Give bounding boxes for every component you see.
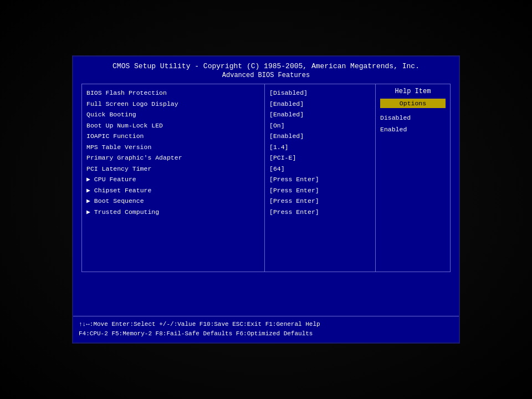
- value-item[interactable]: [Press Enter]: [269, 185, 371, 196]
- value-item[interactable]: [Press Enter]: [269, 207, 371, 218]
- menu-panel: BIOS Flash ProtectionFull Screen Logo Di…: [82, 84, 265, 272]
- menu-item[interactable]: ▶ Trusted Computing: [86, 207, 260, 218]
- footer-text1: ↑↓↔:Move Enter:Select +/-/:Value F10:Sav…: [79, 320, 320, 330]
- menu-item[interactable]: Boot Up Num-Lock LED: [86, 120, 260, 131]
- value-item[interactable]: [Enabled]: [269, 99, 371, 110]
- footer-row2: F4:CPU-2 F5:Memory-2 F8:Fail-Safe Defaul…: [79, 329, 453, 339]
- help-panel: Help Item Options Disabled Enabled: [376, 84, 450, 272]
- menu-item[interactable]: Primary Graphic's Adapter: [86, 152, 260, 163]
- menu-item[interactable]: BIOS Flash Protection: [86, 88, 260, 99]
- menu-item[interactable]: IOAPIC Function: [86, 131, 260, 142]
- main-content: BIOS Flash ProtectionFull Screen Logo Di…: [81, 84, 451, 272]
- value-item[interactable]: [Enabled]: [269, 109, 371, 120]
- footer: ↑↓↔:Move Enter:Select +/-/:Value F10:Sav…: [73, 316, 459, 342]
- value-item[interactable]: [Press Enter]: [269, 174, 371, 185]
- menu-item[interactable]: Quick Booting: [86, 109, 260, 120]
- bios-screen: CMOS Setup Utility - Copyright (C) 1985-…: [72, 55, 460, 344]
- monitor-background: CMOS Setup Utility - Copyright (C) 1985-…: [0, 0, 532, 399]
- value-item[interactable]: [Enabled]: [269, 131, 371, 142]
- footer-row1: ↑↓↔:Move Enter:Select +/-/:Value F10:Sav…: [79, 320, 453, 330]
- value-item[interactable]: [Disabled]: [269, 88, 371, 99]
- menu-item[interactable]: ▶ CPU Feature: [86, 174, 260, 185]
- menu-item[interactable]: PCI Latency Timer: [86, 163, 260, 175]
- menu-item[interactable]: Full Screen Logo Display: [86, 99, 260, 110]
- options-label: Options: [380, 99, 446, 108]
- subtitle: Advanced BIOS Features: [73, 71, 459, 79]
- help-title: Help Item: [380, 88, 446, 95]
- option-disabled: Disabled: [380, 112, 446, 124]
- footer-text2: F4:CPU-2 F5:Memory-2 F8:Fail-Safe Defaul…: [79, 329, 313, 339]
- title-bar: CMOS Setup Utility - Copyright (C) 1985-…: [73, 57, 459, 71]
- values-panel: [Disabled][Enabled][Enabled][On][Enabled…: [265, 84, 376, 272]
- menu-item[interactable]: ▶ Boot Sequence: [86, 196, 260, 207]
- value-item[interactable]: [Press Enter]: [269, 196, 371, 207]
- menu-item[interactable]: ▶ Chipset Feature: [86, 185, 260, 196]
- value-item[interactable]: [64]: [269, 163, 371, 175]
- menu-item[interactable]: MPS Table Version: [86, 142, 260, 153]
- value-item[interactable]: [On]: [269, 120, 371, 131]
- value-item[interactable]: [1.4]: [269, 142, 371, 153]
- option-enabled: Enabled: [380, 124, 446, 136]
- value-item[interactable]: [PCI-E]: [269, 152, 371, 163]
